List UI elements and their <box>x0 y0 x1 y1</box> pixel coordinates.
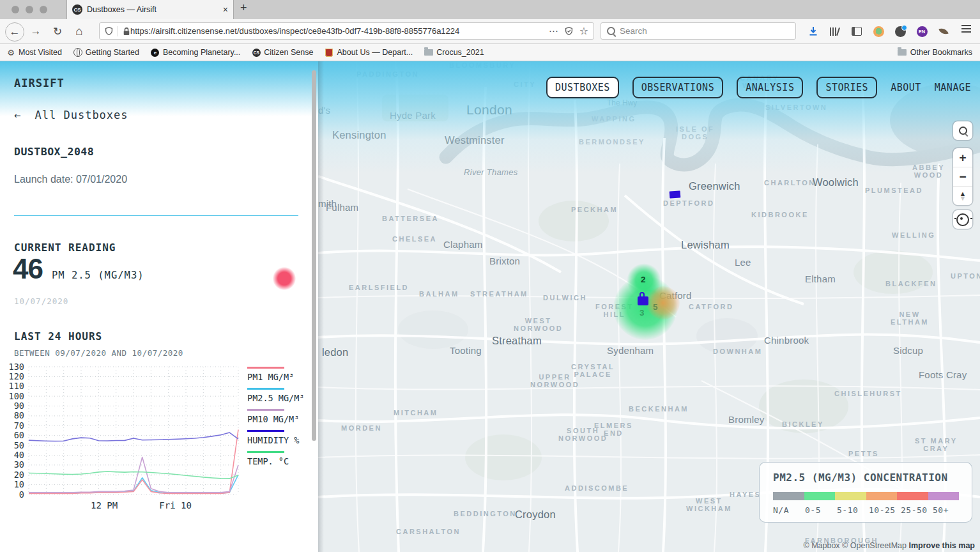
downloads-icon[interactable] <box>808 26 819 37</box>
home-button[interactable]: ⌂ <box>70 22 88 40</box>
more-options-icon[interactable]: ⋯ <box>549 26 558 37</box>
legend-bin-label: N/A <box>773 505 805 515</box>
svg-text:110: 110 <box>9 381 24 391</box>
zoom-out-button[interactable]: − <box>953 167 972 186</box>
sidebar-scrollbar[interactable] <box>312 70 316 441</box>
bookmark-item[interactable]: Getting Started <box>73 48 139 57</box>
map-label: WELLING <box>892 231 935 239</box>
window-zoom-button[interactable] <box>40 6 47 13</box>
bookmark-item[interactable]: CSCitizen Sense <box>252 48 313 57</box>
chart-legend-entry: HUMIDITY % <box>247 430 311 445</box>
bookmark-item[interactable]: Crocus_2021 <box>424 48 484 57</box>
bookmark-item[interactable]: ⚙Most Visited <box>6 48 62 57</box>
close-tab-icon[interactable]: × <box>223 4 228 15</box>
legend-swatch <box>247 367 284 369</box>
new-tab-button[interactable]: + <box>240 1 247 15</box>
nav-tab-stories[interactable]: STORIES <box>816 77 877 98</box>
sidebars-icon[interactable] <box>851 26 862 37</box>
other-bookmarks-folder[interactable]: Other Bookmarks <box>898 48 972 57</box>
menu-icon[interactable] <box>961 25 971 33</box>
map-label: Sydenham <box>607 345 654 356</box>
map-label: BERMONDSEY <box>579 138 645 146</box>
refresh-button[interactable]: ↻ <box>49 22 66 40</box>
nav-tab-dustboxes[interactable]: DUSTBOXES <box>546 77 619 98</box>
bookmark-item[interactable]: eBecoming Planetary... <box>151 48 240 57</box>
improve-map-link[interactable]: Improve this map <box>909 541 976 550</box>
site-favicon: CS <box>72 4 82 15</box>
map-label: BEDDINGTON <box>454 510 517 518</box>
geolocate-button[interactable] <box>953 210 972 229</box>
map-label: MORDEN <box>341 424 382 432</box>
library-icon[interactable] <box>829 26 841 37</box>
map-label: Lee <box>735 257 751 268</box>
current-reading-heading: CURRENT READING <box>14 241 116 254</box>
map-label: Chinbrook <box>764 335 809 346</box>
extension-feather-icon[interactable] <box>938 26 949 37</box>
nav-tab-observations[interactable]: OBSERVATIONS <box>632 77 723 98</box>
legend-segment <box>897 492 928 500</box>
all-dustboxes-back-link[interactable]: ← All Dustboxes <box>14 109 128 121</box>
attribution-text: © Mapbox © OpenStreetMap <box>803 541 908 550</box>
current-reading-date: 10/07/2020 <box>14 296 68 306</box>
bookmarks-bar: ⚙Most VisitedGetting StartedeBecoming Pl… <box>0 44 980 61</box>
dustbox-marker[interactable] <box>670 190 681 198</box>
app-logo[interactable]: AIRSIFT <box>14 77 65 89</box>
map-label: UPTON <box>951 272 980 280</box>
map-label: Croydon <box>515 509 556 521</box>
map-label: Hyde Park <box>390 110 436 121</box>
search-bar[interactable]: Search <box>601 22 796 40</box>
current-reading-value: 46 <box>13 253 43 285</box>
permissions-shield-icon[interactable] <box>565 26 573 36</box>
map-label: HAYES <box>730 491 761 498</box>
nav-tab-about[interactable]: ABOUT <box>891 82 921 93</box>
map-label: WAPPING <box>592 115 636 123</box>
map-label: PLUMSTEAD <box>865 187 923 194</box>
extension-globe-icon[interactable] <box>873 26 884 37</box>
svg-text:60: 60 <box>14 430 24 440</box>
legend-segment <box>773 492 804 500</box>
map-label: DEPTFORD <box>663 199 715 207</box>
window-minimize-button[interactable] <box>26 6 33 13</box>
browser-tab[interactable]: CS Dustboxes — Airsift × <box>66 0 234 19</box>
map-search-button[interactable] <box>953 121 972 140</box>
bookmark-star-icon[interactable]: ☆ <box>579 25 588 37</box>
compass-button[interactable]: ▲▼ <box>953 186 972 205</box>
svg-text:0: 0 <box>19 489 24 500</box>
tab-bar: CS Dustboxes — Airsift × + <box>0 0 980 20</box>
legend-bin-label: 10-25 <box>869 505 901 515</box>
svg-text:Fri 10: Fri 10 <box>159 500 192 510</box>
url-text[interactable]: https://airsift.citizensense.net/dustbox… <box>130 26 549 36</box>
map-label: Lewisham <box>681 239 730 251</box>
cluster-count[interactable]: 2 <box>641 275 646 284</box>
bookmark-item[interactable]: About Us — Depart... <box>325 48 413 57</box>
pm-concentration-legend: PM2.5 (MG/M3) CONCENTRATION N/A0-55-1010… <box>759 462 972 523</box>
forward-button[interactable]: → <box>27 22 45 40</box>
map-label: Sidcup <box>893 345 923 356</box>
map-label: Brixton <box>489 256 520 266</box>
map-zoom-controls: + − ▲▼ <box>953 148 972 205</box>
map-canvas[interactable]: PADDINGTONBLOOMSBURYCITYThe HwyWAPPINGCA… <box>318 61 980 552</box>
tracking-protection-shield-icon[interactable] <box>105 26 113 36</box>
map-label: BICKLEY <box>782 420 824 428</box>
chart-legend: PM1 MG/M³PM2.5 MG/M³PM10 MG/M³HUMIDITY %… <box>247 367 311 472</box>
zoom-in-button[interactable]: + <box>953 148 972 167</box>
window-close-button[interactable] <box>11 6 19 13</box>
account-icon[interactable] <box>894 26 906 37</box>
back-button[interactable]: ← <box>5 22 24 42</box>
map-label: CHELSEA <box>392 235 437 243</box>
map-label: BALHAM <box>419 290 459 298</box>
navigation-toolbar: ← → ↻ ⌂ https://airsift.citizensense.net… <box>0 19 980 44</box>
url-bar[interactable]: https://airsift.citizensense.net/dustbox… <box>99 22 594 40</box>
map-label: CARSHALTON <box>396 528 461 535</box>
dustbox-sidebar: AIRSIFT ← All Dustboxes DUSTBOX_2048 Lau… <box>0 61 318 552</box>
nav-tab-manage[interactable]: MANAGE <box>935 82 971 93</box>
legend-bin-labels: N/A0-55-1010-2525-5050+ <box>773 505 965 515</box>
map-label: DULWICH <box>543 294 587 302</box>
e-icon: e <box>151 48 160 57</box>
legend-segment <box>866 492 898 500</box>
extension-en-icon[interactable]: EN <box>916 26 928 37</box>
selected-dustbox-marker[interactable] <box>638 296 648 305</box>
nav-tab-analysis[interactable]: ANALYSIS <box>737 77 803 98</box>
map-label: ABBEY WOOD <box>912 164 945 179</box>
legend-segment <box>928 492 960 500</box>
